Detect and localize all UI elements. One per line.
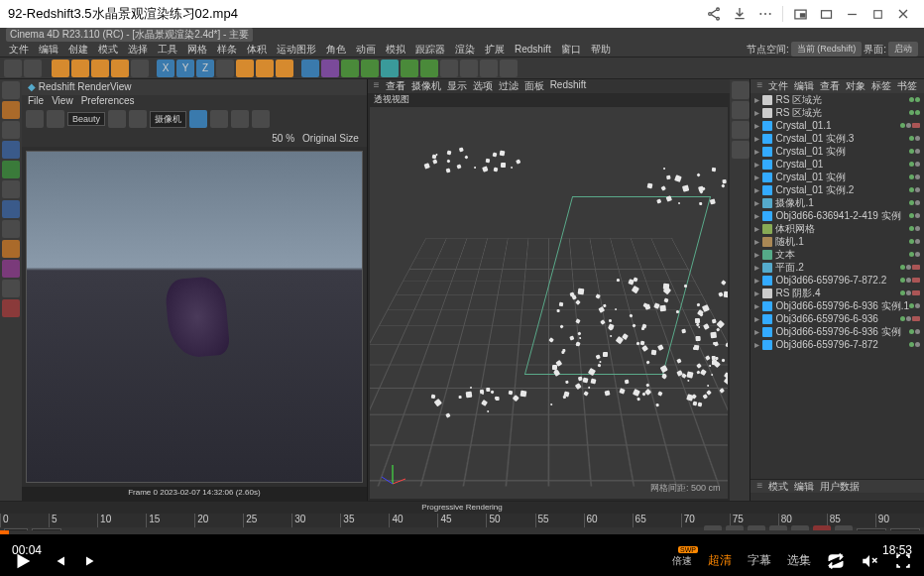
render-icon[interactable] xyxy=(236,59,254,77)
rv-menu-view[interactable]: View xyxy=(52,95,73,109)
rv-menu-prefs[interactable]: Preferences xyxy=(81,95,135,109)
menu-render[interactable]: 渲染 xyxy=(450,43,480,57)
menu-window[interactable]: 窗口 xyxy=(556,43,586,57)
object-row[interactable]: ▸Obj3d66-659796-6-936 xyxy=(751,312,924,325)
floor-icon[interactable] xyxy=(480,59,498,77)
menu-mograph[interactable]: 运动图形 xyxy=(272,43,321,57)
object-row[interactable]: ▸Crystal_01 实例 xyxy=(751,171,924,183)
poly-mode-icon[interactable] xyxy=(2,161,20,178)
menu-tracker[interactable]: 跟踪器 xyxy=(410,43,450,57)
deformer-icon[interactable] xyxy=(361,59,379,77)
rv-zoom[interactable]: 50 % xyxy=(272,133,294,144)
menu-select[interactable]: 选择 xyxy=(123,43,153,57)
effector-icon[interactable] xyxy=(420,59,438,77)
menu-file[interactable]: 文件 xyxy=(4,43,34,57)
play-button[interactable] xyxy=(12,550,34,572)
vp-menu-cameras[interactable]: 摄像机 xyxy=(411,79,441,93)
menu-tools[interactable]: 工具 xyxy=(153,43,182,57)
om-file[interactable]: 文件 xyxy=(768,79,788,93)
scale-tool-icon[interactable] xyxy=(91,59,109,77)
rv-crop-icon[interactable] xyxy=(129,110,147,128)
om-tags[interactable]: 标签 xyxy=(871,79,891,93)
rv-size[interactable]: Original Size xyxy=(302,133,359,144)
spline-icon[interactable] xyxy=(321,59,339,77)
rendersettings-icon[interactable] xyxy=(276,59,293,77)
menu-volume[interactable]: 体积 xyxy=(242,43,272,57)
edge-mode-icon[interactable] xyxy=(2,141,20,159)
menu-character[interactable]: 角色 xyxy=(321,43,351,57)
object-row[interactable]: ▸Crystal_01 xyxy=(751,158,924,171)
object-row[interactable]: ▸Obj3d66-659796-6-936 实例.1 xyxy=(751,299,924,312)
viewsolo-icon[interactable] xyxy=(2,299,20,317)
object-row[interactable]: ▸体积网格 xyxy=(751,222,924,235)
rv-c-icon[interactable] xyxy=(252,110,270,128)
render-preview[interactable] xyxy=(26,151,363,483)
vp-menu-redshift[interactable]: Redshift xyxy=(550,79,587,93)
rv-b-icon[interactable] xyxy=(231,110,249,128)
object-row[interactable]: ▸随机.1 xyxy=(751,235,924,248)
workplane-icon[interactable] xyxy=(2,121,20,139)
object-row[interactable]: ▸文本 xyxy=(751,248,924,261)
move-tool-icon[interactable] xyxy=(71,59,89,77)
vp-menu-view[interactable]: 查看 xyxy=(386,79,405,93)
menu-redshift[interactable]: Redshift xyxy=(510,44,556,55)
camera-icon[interactable] xyxy=(440,59,458,77)
vp-menu-filter[interactable]: 过滤 xyxy=(499,79,519,93)
menu-spline[interactable]: 样条 xyxy=(212,43,242,57)
quality-button[interactable]: 超清 xyxy=(708,552,732,569)
rotate-tool-icon[interactable] xyxy=(111,59,129,77)
pip-icon[interactable] xyxy=(787,1,813,27)
lock-icon[interactable] xyxy=(2,280,20,297)
progress-bar[interactable] xyxy=(0,530,924,534)
vpnav-pan-icon[interactable] xyxy=(732,81,750,99)
volume-icon[interactable] xyxy=(861,552,878,570)
rv-lock-icon[interactable] xyxy=(108,110,126,128)
speed-button[interactable]: SWP倍速 xyxy=(672,554,692,568)
prev-button[interactable] xyxy=(50,552,67,570)
snap-icon[interactable] xyxy=(2,240,20,258)
am-edit[interactable]: 编辑 xyxy=(794,480,814,493)
object-row[interactable]: ▸RS 阴影.4 xyxy=(751,287,924,299)
vp-menu-options[interactable]: 选项 xyxy=(473,79,493,93)
rv-aov-select[interactable]: Beauty xyxy=(67,112,105,126)
coord-icon[interactable] xyxy=(216,59,234,77)
rv-menu-file[interactable]: File xyxy=(28,95,44,109)
object-row[interactable]: ▸Crystal_01 实例.2 xyxy=(751,183,924,196)
renderregn-icon[interactable] xyxy=(256,59,274,77)
menu-simulate[interactable]: 模拟 xyxy=(381,43,410,57)
object-row[interactable]: ▸RS 区域光 xyxy=(751,106,924,119)
rv-a-icon[interactable] xyxy=(210,110,228,128)
axis-y-icon[interactable]: Y xyxy=(176,59,194,77)
light-icon[interactable] xyxy=(460,59,478,77)
am-mode[interactable]: 模式 xyxy=(768,480,788,493)
om-edit[interactable]: 编辑 xyxy=(794,79,814,93)
mini-icon[interactable] xyxy=(813,1,839,27)
rv-stop-icon[interactable] xyxy=(47,110,64,128)
model-mode-icon[interactable] xyxy=(2,81,20,99)
field-icon[interactable] xyxy=(381,59,399,77)
loop-icon[interactable] xyxy=(827,552,845,570)
share-icon[interactable] xyxy=(701,1,727,27)
om-object[interactable]: 对象 xyxy=(846,79,866,93)
object-row[interactable]: ▸Crystal_01.1 xyxy=(751,119,924,132)
viewport[interactable]: 网格间距: 500 cm xyxy=(370,107,729,499)
more-icon[interactable] xyxy=(752,1,778,27)
select-tool-icon[interactable] xyxy=(52,59,69,77)
menu-help[interactable]: 帮助 xyxy=(586,43,616,57)
object-row[interactable]: ▸RS 区域光 xyxy=(751,93,924,106)
axis-x-icon[interactable]: X xyxy=(157,59,174,77)
object-row[interactable]: ▸Obj3d66-659796-6-936 实例 xyxy=(751,325,924,338)
primitive-icon[interactable] xyxy=(301,59,319,77)
om-view[interactable]: 查看 xyxy=(820,79,840,93)
redo-icon[interactable] xyxy=(24,59,42,77)
generator-icon[interactable] xyxy=(341,59,359,77)
am-userdata[interactable]: 用户数据 xyxy=(820,480,860,493)
object-row[interactable]: ▸Obj3d66-636941-2-419 实例 xyxy=(751,209,924,222)
minimize-icon[interactable] xyxy=(839,1,865,27)
menu-mode[interactable]: 模式 xyxy=(93,43,123,57)
undo-icon[interactable] xyxy=(4,59,22,77)
vpnav-layout-icon[interactable] xyxy=(732,141,750,159)
point-mode-icon[interactable] xyxy=(2,200,20,218)
maximize-icon[interactable] xyxy=(865,1,890,27)
menu-edit[interactable]: 编辑 xyxy=(34,43,63,57)
